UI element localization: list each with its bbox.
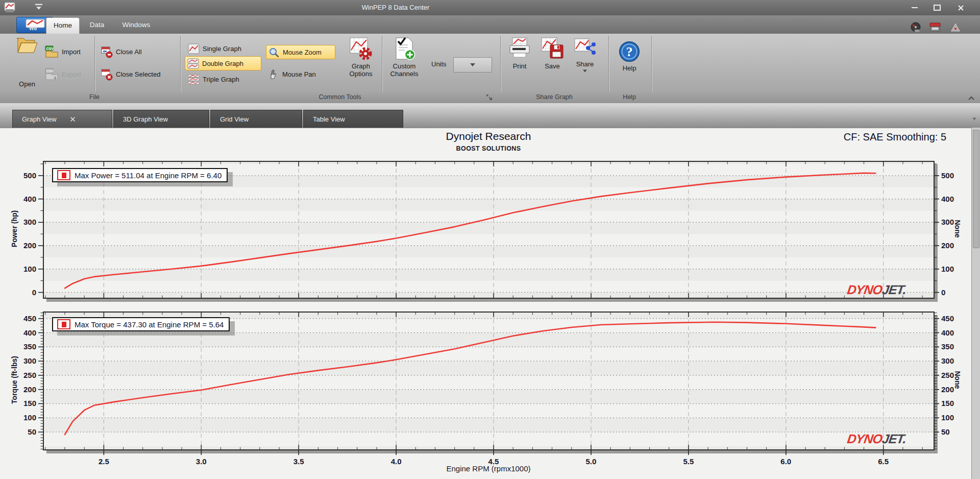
single-graph-icon (188, 43, 200, 54)
vertical-scrollbar[interactable] (971, 128, 980, 479)
svg-text:350: 350 (941, 342, 954, 351)
winpep-window: WinPEP 8 Data Center W8 Home Data Window… (0, 0, 980, 479)
mouse-zoom-label: Mouse Zoom (283, 49, 322, 56)
svg-text:300: 300 (941, 218, 954, 226)
tab-3d-graph-view[interactable]: 3D Graph View (113, 110, 209, 128)
svg-text:200: 200 (23, 241, 36, 250)
save-button[interactable]: Save (538, 37, 567, 70)
triple-graph-button[interactable]: Triple Graph (188, 73, 239, 86)
svg-text:450: 450 (23, 314, 36, 323)
svg-text:W8: W8 (29, 26, 37, 31)
import-button[interactable]: CSV Import (45, 45, 81, 58)
scrollbar-thumb[interactable] (973, 130, 979, 248)
mouse-pan-button[interactable]: Mouse Pan (268, 67, 316, 81)
help-button[interactable]: ? Help (615, 41, 644, 72)
close-icon (958, 5, 964, 11)
svg-text:?: ? (626, 44, 633, 59)
torque-legend-text: Max Torque = 437.30 at Engine RPM = 5.64 (75, 320, 224, 329)
open-button[interactable]: Open (11, 36, 43, 88)
tab-home[interactable]: Home (46, 17, 80, 34)
custom-channels-button[interactable]: Custom Channels (388, 37, 421, 78)
open-folder-icon (15, 36, 39, 55)
print-icon (508, 37, 531, 60)
graph-options-button[interactable]: Graph Options (345, 37, 377, 78)
svg-text:300: 300 (23, 218, 36, 226)
svg-text:CSV: CSV (46, 69, 54, 73)
power-axis-label: Power (hp) (10, 160, 18, 298)
maximize-button[interactable] (930, 3, 944, 12)
double-graph-button[interactable]: Double Graph (185, 56, 261, 70)
close-selected-icon (100, 68, 113, 81)
graph-view-tab-label: Graph View (22, 115, 57, 123)
svg-text:50: 50 (28, 427, 36, 436)
graph-options-label: Graph Options (350, 62, 373, 78)
close-button[interactable] (953, 3, 968, 12)
torque-legend: Max Torque = 437.30 at Engine RPM = 5.64 (52, 317, 230, 331)
single-graph-button[interactable]: Single Graph (188, 42, 241, 55)
tab-data[interactable]: Data (82, 17, 112, 34)
help-icon: ? (619, 41, 640, 62)
tab-grid-view[interactable]: Grid View (210, 110, 302, 128)
svg-text:250: 250 (941, 371, 954, 379)
dialog-launcher-icon[interactable] (486, 94, 493, 101)
3d-graph-view-tab-label: 3D Graph View (123, 115, 168, 123)
close-all-icon (100, 45, 113, 58)
close-tab-icon[interactable] (70, 116, 76, 122)
collapse-ribbon-icon[interactable] (967, 94, 976, 102)
title-bar: WinPEP 8 Data Center (0, 0, 980, 15)
svg-text:250: 250 (23, 371, 36, 379)
custom-channels-label: Custom Channels (390, 62, 419, 78)
share-label: Share (576, 60, 594, 68)
maximize-icon (934, 5, 941, 11)
ribbon-group-labels: File Common Tools Share Graph Help (0, 92, 980, 104)
svg-text:100: 100 (23, 265, 36, 273)
view-tab-strip: Graph View 3D Graph View Grid View Table… (0, 103, 980, 128)
svg-text:400: 400 (23, 195, 36, 203)
file-group-label: File (31, 93, 158, 101)
svg-text:300: 300 (23, 356, 36, 365)
svg-text:150: 150 (23, 399, 36, 408)
tab-graph-view[interactable]: Graph View (12, 110, 112, 128)
torque-series-swatch (57, 319, 70, 329)
triple-graph-label: Triple Graph (203, 76, 239, 83)
print-label: Print (513, 62, 527, 70)
minimize-button[interactable] (908, 3, 922, 12)
dynojet-logo: DYNOJET. (846, 282, 907, 297)
tab-table-view[interactable]: Table View (303, 110, 403, 128)
svg-text:200: 200 (23, 385, 36, 394)
power-legend: Max Power = 511.04 at Engine RPM = 6.40 (52, 168, 228, 182)
minimize-icon (912, 7, 918, 8)
share-button[interactable]: Share (571, 37, 599, 73)
graph-view-panel: Dynojet Research BOOST SOLUTIONS CF: SAE… (0, 128, 972, 479)
close-all-button[interactable]: Close All (100, 45, 142, 58)
dynojet-logo: DYNOJET. (846, 432, 907, 446)
svg-text:400: 400 (941, 195, 954, 203)
right-axis-none-label-top: None (953, 160, 962, 298)
grid-view-tab-label: Grid View (220, 115, 249, 123)
svg-text:400: 400 (941, 328, 954, 337)
tab-list-dropdown-icon[interactable] (972, 118, 976, 121)
dynojet-triangle-icon[interactable] (949, 21, 962, 33)
export-button[interactable]: CSV Export (45, 67, 81, 81)
units-dropdown[interactable] (453, 57, 492, 73)
gauge-icon[interactable] (910, 21, 922, 33)
dyno-device-icon[interactable] (929, 21, 941, 33)
tab-windows[interactable]: Windows (115, 17, 158, 34)
svg-text:0: 0 (941, 288, 945, 297)
svg-text:450: 450 (941, 314, 954, 323)
mouse-pan-label: Mouse Pan (282, 70, 316, 78)
export-label: Export (62, 70, 81, 78)
close-selected-button[interactable]: Close Selected (100, 67, 160, 81)
svg-text:100: 100 (23, 413, 36, 422)
common-tools-group-label: Common Tools (212, 93, 468, 101)
close-all-label: Close All (116, 48, 142, 56)
save-icon (541, 37, 564, 60)
mouse-pan-hand-icon (268, 69, 279, 80)
ribbon: Open CSV Import CSV Export Close All Clo… (0, 34, 980, 92)
units-label: Units (431, 60, 447, 68)
print-button[interactable]: Print (505, 37, 534, 70)
mouse-zoom-button[interactable]: Mouse Zoom (266, 45, 335, 59)
graph-options-icon (349, 37, 373, 60)
svg-text:200: 200 (941, 241, 954, 250)
rpm-axis-label: Engine RPM (rpmx1000) (0, 464, 977, 473)
